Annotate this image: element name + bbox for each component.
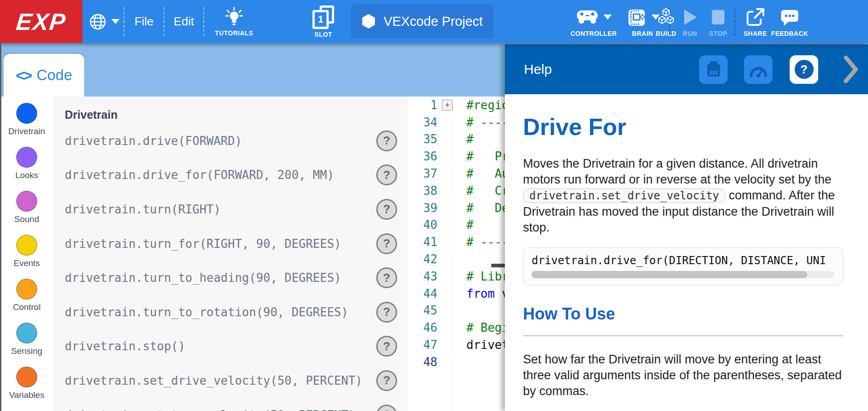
question-icon: ? (383, 271, 390, 285)
command-row[interactable]: drivetrain.turn_to_rotation(90, DEGREES)… (53, 295, 408, 329)
share-button[interactable]: SHARE (740, 0, 771, 43)
category-label: Drivetrain (8, 126, 45, 136)
stop-label: STOP (709, 30, 727, 37)
code-line: 46 + # Begi (408, 319, 505, 336)
command-row[interactable]: drivetrain.turn_for(RIGHT, 90, DEGREES) … (53, 227, 408, 261)
share-label: SHARE (743, 30, 767, 37)
question-icon: ? (383, 339, 390, 353)
feedback-button[interactable]: FEEDBACK (772, 0, 808, 43)
sidebar-category[interactable]: Sound (0, 191, 53, 235)
window-edge (0, 43, 1, 411)
run-play-icon (682, 9, 698, 26)
code-text: # (457, 218, 474, 232)
category-label: Events (14, 258, 40, 268)
help-button-active[interactable]: ? (790, 55, 818, 84)
code-text: # (457, 132, 474, 146)
code-text: # De (457, 201, 505, 215)
tutorials-button[interactable]: TUTORIALS (204, 0, 264, 43)
project-name-button[interactable]: VEXcode Project (351, 4, 494, 39)
command-text: drivetrain.set_turn_velocity(50, PERCENT… (65, 408, 355, 411)
command-row[interactable]: drivetrain.set_drive_velocity(50, PERCEN… (53, 363, 408, 398)
slot-button[interactable]: 1 SLOT (302, 0, 344, 43)
question-icon: ? (383, 373, 390, 387)
line-number: 44 (408, 287, 437, 300)
command-help-button[interactable]: ? (376, 131, 397, 151)
devices-button[interactable] (699, 55, 728, 84)
sidebar-category[interactable]: Control (0, 279, 53, 323)
slot-number: 1 (312, 10, 329, 29)
question-icon: ? (383, 237, 390, 251)
line-number: 42 (408, 252, 437, 266)
line-number: 35 (408, 132, 437, 146)
command-row[interactable]: drivetrain.turn(RIGHT) ? (53, 192, 408, 227)
gutter-divider (451, 97, 451, 411)
feedback-bubble-icon (779, 8, 800, 27)
category-label: Control (13, 302, 40, 312)
category-color-dot (16, 235, 37, 256)
code-line: 35 + # (408, 131, 505, 148)
editor-scroll-handle[interactable] (491, 264, 505, 267)
command-text: drivetrain.turn_to_rotation(90, DEGREES) (65, 305, 348, 319)
command-help-button[interactable]: ? (376, 336, 397, 357)
command-text: drivetrain.turn_to_heading(90, DEGREES) (65, 271, 341, 285)
menu-bar: File Edit (84, 0, 264, 43)
sidebar-category[interactable]: Variables (0, 367, 53, 411)
code-line: 45 + (408, 302, 505, 319)
sidebar-category[interactable]: Drivetrain (0, 103, 53, 147)
line-number: 36 (408, 150, 437, 163)
code-editor[interactable]: 1 + #regio 34 + # ---- 35 (408, 97, 505, 411)
controller-button[interactable]: CONTROLLER (564, 0, 623, 43)
command-help-button[interactable]: ? (376, 267, 397, 288)
tab-code[interactable]: <> Code (4, 54, 84, 97)
build-cubes-icon (656, 8, 676, 27)
run-button: RUN (676, 0, 705, 43)
category-color-dot (16, 323, 37, 343)
build-label: BUILD (656, 30, 676, 37)
sidebar-category[interactable]: Sensing (0, 323, 53, 367)
hexagon-icon (362, 14, 375, 29)
command-help-button[interactable]: ? (376, 164, 397, 185)
category-color-dot (16, 367, 37, 387)
help-header: Help (505, 44, 868, 94)
question-icon: ? (383, 305, 390, 319)
command-row[interactable]: drivetrain.drive(FORWARD) ? (53, 124, 408, 158)
command-help-button[interactable]: ? (376, 405, 397, 411)
sidebar-category[interactable]: Events (0, 235, 53, 279)
command-help-button[interactable]: ? (376, 199, 397, 220)
command-row[interactable]: drivetrain.set_turn_velocity(50, PERCENT… (53, 398, 408, 411)
command-list: drivetrain.drive(FORWARD) ? drivetrain.d… (53, 124, 408, 411)
how-to-use-heading: How To Use (523, 305, 843, 324)
fold-gutter: + (437, 100, 457, 111)
command-row[interactable]: drivetrain.turn_to_heading(90, DEGREES) … (53, 261, 408, 295)
help-content: Drive For Moves the Drivetrain for a giv… (505, 113, 868, 399)
chevron-down-icon (111, 19, 120, 24)
line-number: 40 (408, 218, 437, 232)
line-number: 39 (408, 201, 437, 215)
command-help-button[interactable]: ? (376, 233, 397, 254)
language-button[interactable] (84, 12, 124, 31)
line-number: 47 (408, 338, 437, 352)
line-number: 48 (408, 355, 437, 369)
command-row[interactable]: drivetrain.drive_for(FORWARD, 200, MM) ? (53, 158, 408, 193)
sidebar-category[interactable]: Looks (0, 147, 53, 191)
dashboard-button[interactable] (744, 55, 772, 84)
collapse-panel-button[interactable] (843, 54, 859, 84)
code-line: 48 + (408, 353, 505, 371)
code-line: 1 + #regio (408, 97, 505, 114)
code-line: 47 + drivet (408, 336, 505, 353)
edit-menu[interactable]: Edit (164, 15, 203, 29)
editor-lines: 1 + #regio 34 + # ---- 35 (408, 97, 505, 371)
tab-bar: <> Code (0, 43, 505, 97)
command-row[interactable]: drivetrain.stop() ? (53, 329, 408, 364)
palette-heading: Drivetrain (53, 97, 408, 124)
snippet-scrollbar-thumb[interactable] (532, 271, 807, 278)
code-line: 37 + # Au (408, 165, 505, 182)
code-brackets-icon: <> (16, 67, 31, 84)
code-text: # ---- (457, 116, 505, 129)
command-help-button[interactable]: ? (376, 302, 397, 323)
code-text: # Begi (457, 321, 505, 334)
stop-button: STOP (704, 0, 733, 43)
command-help-button[interactable]: ? (376, 370, 397, 391)
code-line: 42 + (408, 251, 505, 268)
file-menu[interactable]: File (125, 15, 163, 29)
